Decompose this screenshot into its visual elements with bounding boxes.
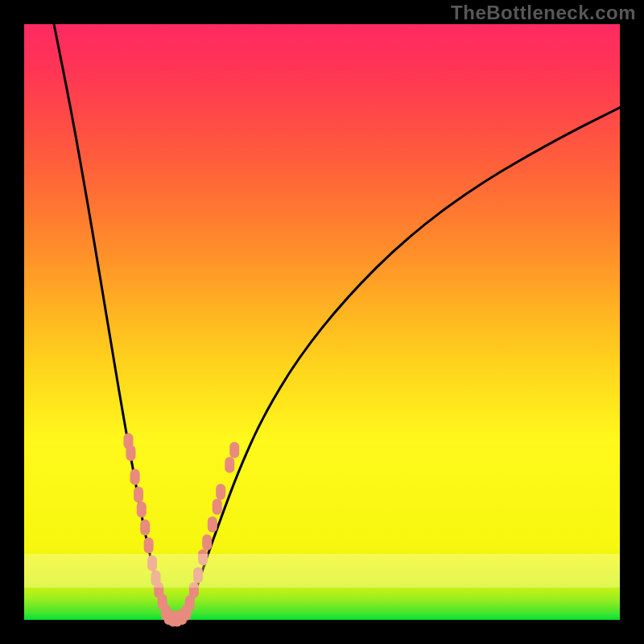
plot-area (24, 24, 620, 620)
marker-bead (216, 484, 225, 500)
marker-bead (225, 457, 234, 473)
marker-bead (189, 582, 199, 598)
marker-bead (229, 442, 239, 458)
marker-cluster (124, 433, 240, 627)
marker-bead (130, 469, 140, 485)
curve-right (185, 108, 620, 620)
marker-bead (208, 517, 217, 533)
marker-bead (140, 519, 150, 535)
marker-bead (144, 538, 154, 554)
marker-bead (202, 535, 212, 551)
marker-bead (126, 445, 135, 461)
marker-bead (137, 502, 147, 518)
curves-svg (24, 24, 620, 620)
marker-bead (134, 487, 143, 503)
marker-bead (213, 498, 222, 514)
curve-left (54, 24, 167, 620)
watermark-text: TheBottleneck.com (451, 2, 636, 24)
marker-bead (198, 549, 208, 565)
marker-bead (193, 568, 203, 584)
marker-bead (147, 555, 157, 572)
chart-stage: TheBottleneck.com (0, 0, 644, 644)
